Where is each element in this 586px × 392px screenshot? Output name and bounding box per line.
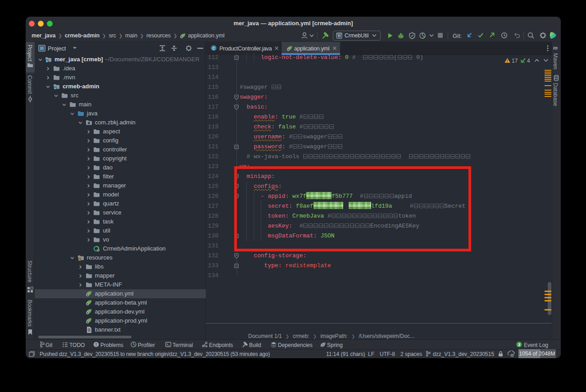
svg-text:3: 3 (518, 342, 520, 347)
svg-text:C: C (212, 46, 215, 50)
